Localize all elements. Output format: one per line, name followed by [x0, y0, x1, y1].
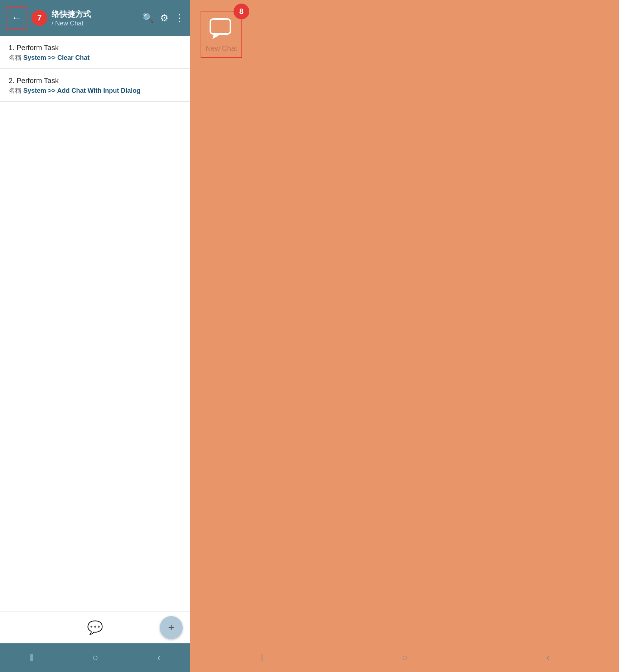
title-sub: / New Chat — [52, 20, 138, 27]
chat-bubble-icon — [207, 16, 236, 41]
nav-menu-icon-left[interactable]: ⦀ — [29, 652, 34, 664]
fab-plus-icon: + — [168, 622, 174, 633]
svg-marker-1 — [212, 34, 219, 39]
nav-home-icon-right[interactable]: ○ — [402, 652, 408, 663]
task-item-2: 2. Perform Task 名稱 System >> Add Chat Wi… — [0, 69, 190, 102]
nav-back-icon-left[interactable]: ‹ — [157, 652, 160, 663]
task-number-1: 1. Perform Task — [9, 44, 181, 52]
nav-back-icon-right[interactable]: ‹ — [546, 652, 550, 663]
more-icon[interactable]: ⋮ — [175, 13, 184, 24]
back-arrow-icon: ← — [11, 13, 21, 23]
nav-bar-right: ⦀ ○ ‹ — [190, 643, 619, 672]
fab-button[interactable]: + — [160, 616, 183, 639]
task-desc-1: 名稱 System >> Clear Chat — [9, 53, 181, 62]
search-icon[interactable]: 🔍 — [142, 13, 154, 24]
new-chat-widget[interactable]: 8 New Chat — [201, 11, 242, 58]
svg-rect-0 — [210, 19, 230, 34]
toolbar-icons: 🔍 ⚙ ⋮ — [142, 13, 184, 24]
step-badge-8: 8 — [234, 4, 249, 19]
nav-bar-left: ⦀ ○ ‹ — [0, 643, 190, 672]
right-panel: 8 New Chat ⦀ ○ ‹ — [190, 0, 619, 672]
nav-home-icon-left[interactable]: ○ — [92, 652, 99, 663]
task-list: 1. Perform Task 名稱 System >> Clear Chat … — [0, 36, 190, 611]
back-button[interactable]: ← — [6, 7, 27, 29]
task-item-1: 1. Perform Task 名稱 System >> Clear Chat — [0, 36, 190, 69]
task-desc-2: 名稱 System >> Add Chat With Input Dialog — [9, 86, 181, 95]
left-panel: ← 7 络快捷方式 / New Chat 🔍 ⚙ ⋮ 1. Perform Ta… — [0, 0, 190, 672]
nav-menu-icon-right[interactable]: ⦀ — [259, 652, 263, 664]
new-chat-label: New Chat — [206, 44, 237, 53]
bottom-bar: 💬 + — [0, 611, 190, 643]
step-badge-7: 7 — [32, 10, 47, 26]
gear-icon[interactable]: ⚙ — [160, 13, 168, 24]
chat-icon-bottom: 💬 — [87, 620, 103, 635]
toolbar: ← 7 络快捷方式 / New Chat 🔍 ⚙ ⋮ — [0, 0, 190, 36]
title-main: 络快捷方式 — [52, 9, 138, 20]
right-content: 8 New Chat — [190, 0, 619, 643]
title-block: 络快捷方式 / New Chat — [52, 9, 138, 27]
task-number-2: 2. Perform Task — [9, 77, 181, 85]
